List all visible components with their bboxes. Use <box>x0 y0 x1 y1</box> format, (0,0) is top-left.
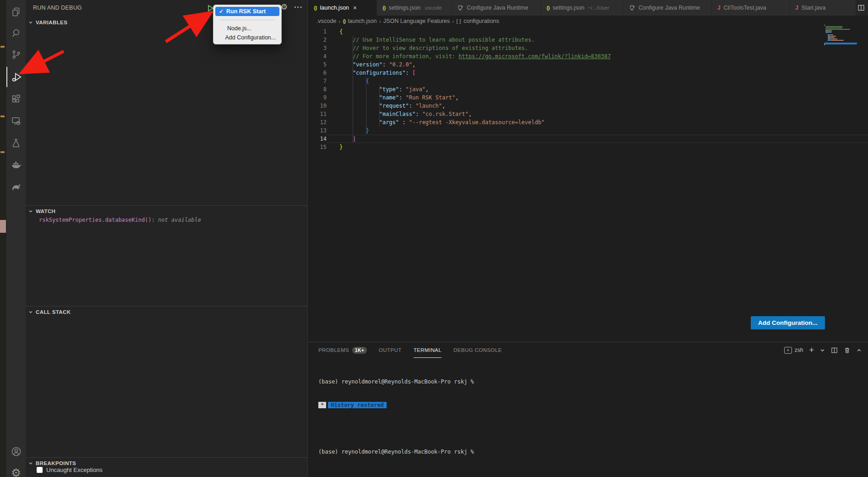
line-content: "name": "Run RSK Start", <box>327 93 868 102</box>
line-content: { <box>327 77 868 85</box>
editor-tab-configure-java-runtime[interactable]: Configure Java Runtime <box>452 0 541 16</box>
editor-tab-start-java[interactable]: JStart.java <box>790 0 856 16</box>
editor-tab-clitoolstest-java[interactable]: JCliToolsTest.java <box>712 0 790 16</box>
remote-explorer-icon[interactable] <box>6 111 26 131</box>
code-line-9[interactable]: 9 "name": "Run RSK Start", <box>308 93 868 102</box>
line-number: 2 <box>308 36 327 44</box>
strip-mark <box>0 46 5 48</box>
terminal-output[interactable]: (base) reynoldmorel@Reynolds-MacBook-Pro… <box>318 362 474 472</box>
minimap-line <box>824 37 857 38</box>
code-line-11[interactable]: 11 "mainClass": "co.rsk.Start", <box>308 110 868 118</box>
breadcrumb-item[interactable]: configurations <box>464 18 499 24</box>
line-content: "type": "java", <box>327 85 868 93</box>
settings-gear-icon[interactable]: ⚙ <box>6 463 26 477</box>
code-line-8[interactable]: 8 "type": "java", <box>308 85 868 93</box>
uncaught-exceptions-checkbox[interactable] <box>37 467 43 473</box>
terminal-line: *History restored <box>318 401 474 409</box>
kill-terminal-trash-icon[interactable] <box>844 347 851 354</box>
call-stack-section-header[interactable]: CALL STACK <box>26 307 308 317</box>
tab-terminal[interactable]: TERMINAL <box>414 342 442 358</box>
code-line-7[interactable]: 7 { <box>308 77 868 85</box>
minimap[interactable] <box>824 25 857 46</box>
tab-label: Configure Java Runtime <box>467 5 528 11</box>
code-line-3[interactable]: 3 // Hover to view descriptions of exist… <box>308 44 868 52</box>
breadcrumb-separator: › <box>379 18 381 25</box>
source-control-icon[interactable] <box>6 44 26 65</box>
minimap-line <box>824 27 857 28</box>
json-file-icon: {} <box>314 5 317 11</box>
breadcrumb-item[interactable]: launch.json <box>348 18 377 24</box>
debug-settings-gear-icon[interactable]: ⚙ <box>281 2 288 12</box>
code-line-5[interactable]: 5 "version": "0.2.0", <box>308 60 868 69</box>
line-number: 6 <box>308 69 327 77</box>
extensions-icon[interactable] <box>6 89 26 109</box>
docker-icon[interactable] <box>6 155 26 175</box>
line-number: 9 <box>308 93 327 102</box>
split-editor-icon[interactable] <box>857 4 865 11</box>
tab-detail: ~/.../User <box>588 5 609 11</box>
breadcrumb-item[interactable]: .vscode <box>317 18 336 24</box>
search-icon[interactable] <box>6 23 26 43</box>
tab-output[interactable]: OUTPUT <box>379 342 402 358</box>
minimap-line <box>824 40 857 41</box>
new-terminal-icon[interactable]: + <box>809 345 814 355</box>
code-line-2[interactable]: 2 // Use IntelliSense to learn about pos… <box>308 36 868 44</box>
line-content: "mainClass": "co.rsk.Start", <box>327 110 868 118</box>
watch-expression[interactable]: rskSystemProperties.databaseKind(): not … <box>39 217 201 223</box>
menu-item-nodejs[interactable]: Node.js... <box>215 24 279 33</box>
minimap-line <box>824 26 857 27</box>
tab-problems[interactable]: PROBLEMS 1K+ <box>318 342 367 358</box>
line-content: // Use IntelliSense to learn about possi… <box>327 36 868 44</box>
terminal-line: (base) reynoldmorel@Reynolds-MacBook-Pro… <box>318 378 474 386</box>
minimap-line <box>824 30 857 31</box>
explorer-icon[interactable] <box>6 2 26 22</box>
code-editor[interactable]: 1{2 // Use IntelliSense to learn about p… <box>308 27 868 342</box>
line-number: 10 <box>308 102 327 110</box>
menu-item-run-rsk-start[interactable]: ✓ Run RSK Start <box>215 7 279 16</box>
code-line-14[interactable]: 14 ] <box>308 135 868 143</box>
menu-separator <box>220 20 275 20</box>
code-line-12[interactable]: 12 "args" : "--regtest -Xkeyvalue.dataso… <box>308 118 868 126</box>
code-line-1[interactable]: 1{ <box>308 27 868 36</box>
line-content: { <box>327 27 868 36</box>
java-file-icon: J <box>795 5 798 11</box>
editor-tab-settings-json[interactable]: {}settings.json.vscode <box>377 0 452 16</box>
tab-label: launch.json <box>320 5 349 11</box>
line-number: 8 <box>308 85 327 93</box>
terminal-icon: > <box>784 347 792 354</box>
add-configuration-button[interactable]: Add Configuration... <box>751 316 825 329</box>
tab-debug-console[interactable]: DEBUG CONSOLE <box>453 342 502 358</box>
chevron-down-icon <box>28 209 33 214</box>
code-line-15[interactable]: 15} <box>308 143 868 151</box>
editor-tab-launch-json[interactable]: {}launch.json× <box>308 0 377 16</box>
minimap-line <box>824 25 857 26</box>
activity-bar: ⚙ <box>6 0 26 477</box>
editor-group: {}launch.json×{}settings.json.vscodeConf… <box>308 0 868 477</box>
java-runtime-cup-icon <box>457 5 464 11</box>
gradle-icon[interactable] <box>6 177 26 197</box>
code-line-10[interactable]: 10 "request": "launch", <box>308 102 868 110</box>
editor-tab-configure-java-runtime[interactable]: Configure Java Runtime <box>623 0 712 16</box>
editor-tab-settings-json[interactable]: {}settings.json~/.../User <box>541 0 623 16</box>
terminal-dropdown-chevron-icon[interactable] <box>820 348 825 353</box>
breakpoint-label: Uncaught Exceptions <box>46 466 103 473</box>
testing-icon[interactable] <box>6 133 26 153</box>
minimap-line <box>824 41 857 42</box>
breadcrumb-item[interactable]: JSON Language Features <box>383 18 450 24</box>
maximize-panel-chevron-icon[interactable] <box>857 348 862 353</box>
run-and-debug-icon[interactable] <box>6 67 26 87</box>
menu-item-add-configuration[interactable]: Add Configuration... <box>215 33 279 42</box>
strip-mark <box>0 151 5 153</box>
minimap-line <box>824 33 857 34</box>
close-icon[interactable]: × <box>353 5 357 11</box>
account-icon[interactable] <box>6 441 26 461</box>
watch-section-header[interactable]: WATCH <box>26 206 308 216</box>
line-content: ] <box>327 135 868 143</box>
shell-selector[interactable]: > zsh <box>784 347 803 354</box>
code-line-4[interactable]: 4 // For more information, visit: https:… <box>308 52 868 60</box>
more-actions-icon[interactable]: ··· <box>294 3 303 11</box>
screen-edge-strip <box>0 0 6 477</box>
code-line-6[interactable]: 6 "configurations": [ <box>308 69 868 77</box>
code-line-13[interactable]: 13 } <box>308 126 868 135</box>
split-terminal-icon[interactable] <box>831 347 838 354</box>
